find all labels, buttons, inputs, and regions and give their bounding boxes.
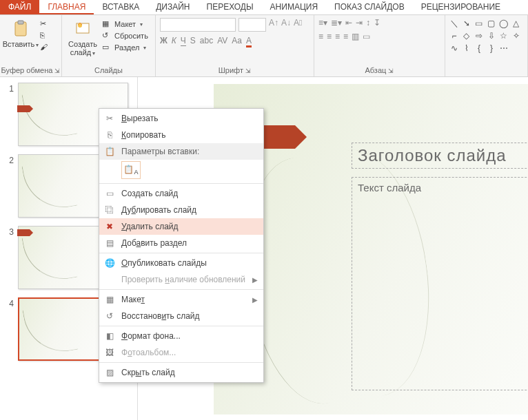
layout-icon: ▦ bbox=[102, 19, 112, 29]
shape-star-icon[interactable]: ☆ bbox=[498, 30, 510, 42]
group-font: A↑ A↓ A⃠ Ж К Ч S abc AV Aa A Шрифт ⇲ bbox=[156, 15, 314, 76]
svg-rect-1 bbox=[18, 21, 23, 24]
tab-home[interactable]: ГЛАВНАЯ bbox=[39, 0, 94, 14]
shape-brace-l-icon[interactable]: { bbox=[473, 42, 485, 54]
thumb-number: 4 bbox=[4, 297, 14, 308]
ctx-paste-options: 📋A bbox=[99, 160, 263, 182]
clear-format-button[interactable]: A⃠ bbox=[294, 18, 302, 32]
brush-icon: 🖌 bbox=[40, 43, 50, 52]
section-button[interactable]: ▭Раздел▾ bbox=[102, 43, 148, 52]
shape-roundrect-icon[interactable]: ▢ bbox=[485, 17, 498, 30]
tab-design[interactable]: ДИЗАЙН bbox=[148, 0, 198, 14]
paste-label: Вставить▾ bbox=[3, 40, 39, 50]
ctx-publish[interactable]: 🌐Опубликовать слайды bbox=[99, 255, 263, 271]
strike-button[interactable]: S bbox=[190, 36, 196, 48]
shape-rect-icon[interactable]: ▭ bbox=[473, 17, 485, 30]
section-icon: ▤ bbox=[103, 238, 116, 249]
tab-file[interactable]: ФАЙЛ bbox=[0, 0, 39, 14]
paste-button[interactable]: Вставить▾ bbox=[4, 18, 37, 51]
reset-button[interactable]: ↺Сбросить bbox=[102, 31, 148, 41]
group-shapes-label bbox=[445, 65, 527, 76]
cut-icon: ✂ bbox=[103, 113, 116, 124]
ctx-add-section[interactable]: ▤Добавить раздел bbox=[99, 235, 263, 251]
ribbon-tabs: ФАЙЛ ГЛАВНАЯ ВСТАВКА ДИЗАЙН ПЕРЕХОДЫ АНИ… bbox=[0, 0, 528, 15]
layout-button[interactable]: ▦Макет▾ bbox=[102, 19, 148, 29]
tab-insert[interactable]: ВСТАВКА bbox=[94, 0, 148, 14]
ctx-layout[interactable]: ▦Макет▶ bbox=[99, 291, 263, 308]
shape-diamond-icon[interactable]: ◇ bbox=[460, 30, 473, 42]
columns-button[interactable]: ▥ bbox=[352, 32, 359, 41]
shape-triangle-icon[interactable]: △ bbox=[510, 17, 522, 30]
group-slides: Создать слайд▾ ▦Макет▾ ↺Сбросить ▭Раздел… bbox=[62, 15, 156, 76]
context-menu: ✂Вырезать ⎘Копировать 📋Параметры вставки… bbox=[99, 108, 264, 383]
align-left-button[interactable]: ≡ bbox=[318, 32, 323, 41]
ctx-cut[interactable]: ✂Вырезать bbox=[99, 110, 263, 127]
body-placeholder[interactable]: Текст слайда bbox=[352, 177, 528, 390]
tab-transitions[interactable]: ПЕРЕХОДЫ bbox=[199, 0, 262, 14]
font-size-combo[interactable] bbox=[238, 18, 266, 32]
shape-ellipse-icon[interactable]: ◯ bbox=[498, 17, 510, 30]
tab-slideshow[interactable]: ПОКАЗ СЛАЙДОВ bbox=[326, 0, 413, 14]
cut-button[interactable]: ✂ bbox=[40, 19, 50, 29]
case-button[interactable]: Aa bbox=[232, 36, 242, 48]
grow-font-button[interactable]: A↑ bbox=[269, 18, 278, 32]
shrink-font-button[interactable]: A↓ bbox=[281, 18, 291, 32]
group-clipboard: Вставить▾ ✂ ⎘ 🖌 Буфер обмена ⇲ bbox=[0, 15, 62, 76]
paste-keep-text-button[interactable]: 📋A bbox=[121, 161, 141, 179]
spacing-button[interactable]: AV bbox=[217, 36, 227, 48]
duplicate-icon: ⿻ bbox=[103, 204, 116, 216]
ctx-hide[interactable]: ▨Скрыть слайд bbox=[99, 364, 263, 381]
indent-dec-button[interactable]: ⇤ bbox=[345, 18, 352, 28]
ctx-restore[interactable]: ↺Восстановить слайд bbox=[99, 308, 263, 324]
tab-review[interactable]: РЕЦЕНЗИРОВАНИЕ bbox=[413, 0, 509, 14]
hide-icon: ▨ bbox=[103, 367, 116, 378]
shape-curve-icon[interactable]: ∿ bbox=[448, 42, 460, 54]
new-slide-icon: ▭ bbox=[103, 188, 116, 199]
shape-callout-icon[interactable]: ✧ bbox=[510, 30, 522, 42]
align-right-button[interactable]: ≡ bbox=[335, 32, 340, 41]
shape-connector-icon[interactable]: ⌇ bbox=[460, 42, 473, 54]
bullets-button[interactable]: ≡▾ bbox=[318, 18, 327, 28]
thumb-number: 1 bbox=[4, 83, 14, 94]
line-spacing-button[interactable]: ↕ bbox=[366, 18, 370, 28]
font-family-combo[interactable] bbox=[160, 18, 236, 32]
ctx-duplicate[interactable]: ⿻Дублировать слайд bbox=[99, 202, 263, 218]
underline-button[interactable]: Ч bbox=[181, 36, 186, 48]
shape-l-icon[interactable]: ⌐ bbox=[448, 30, 460, 42]
shape-line-icon[interactable]: ＼ bbox=[448, 17, 460, 30]
title-placeholder[interactable]: Заголовок слайда bbox=[352, 143, 528, 169]
paste-icon: 📋 bbox=[103, 146, 116, 157]
font-color-button[interactable]: A bbox=[246, 36, 252, 48]
ctx-copy[interactable]: ⎘Копировать bbox=[99, 127, 263, 143]
italic-button[interactable]: К bbox=[172, 36, 176, 48]
copy-button[interactable]: ⎘ bbox=[40, 31, 50, 41]
group-paragraph: ≡▾ ≣▾ ⇤ ⇥ ↕ ↧ ≡ ≡ ≡ ≡ ▥ ▭ Абзац ⇲ bbox=[314, 15, 445, 76]
cut-icon: ✂ bbox=[40, 19, 50, 29]
new-slide-button[interactable]: Создать слайд▾ bbox=[66, 18, 99, 59]
ctx-check-updates: Проверить наличие обновлений▶ bbox=[99, 271, 263, 288]
new-slide-icon bbox=[73, 19, 92, 39]
smartart-button[interactable]: ▭ bbox=[363, 32, 370, 41]
bold-button[interactable]: Ж bbox=[160, 36, 167, 48]
format-painter-button[interactable]: 🖌 bbox=[40, 43, 50, 52]
numbering-button[interactable]: ≣▾ bbox=[331, 18, 342, 28]
align-justify-button[interactable]: ≡ bbox=[343, 32, 348, 41]
shape-more-icon[interactable]: ⋯ bbox=[498, 42, 510, 54]
shape-arrowd-icon[interactable]: ⇩ bbox=[485, 30, 498, 42]
layout-icon: ▦ bbox=[103, 294, 116, 305]
tab-animation[interactable]: АНИМАЦИЯ bbox=[262, 0, 326, 14]
align-center-button[interactable]: ≡ bbox=[327, 32, 332, 41]
ctx-new-slide[interactable]: ▭Создать слайд bbox=[99, 185, 263, 202]
shape-arrowr-icon[interactable]: ⇨ bbox=[473, 30, 485, 42]
thumb-number: 3 bbox=[4, 226, 14, 237]
group-paragraph-label: Абзац ⇲ bbox=[314, 65, 445, 76]
shape-arrow-icon[interactable]: ➘ bbox=[460, 17, 473, 30]
ctx-bg-format[interactable]: ◧Формат фона... bbox=[99, 328, 263, 344]
group-shapes: ＼ ➘ ▭ ▢ ◯ △ ⌐ ◇ ⇨ ⇩ ☆ ✧ ∿ ⌇ { } ⋯ bbox=[445, 15, 528, 76]
text-direction-button[interactable]: ↧ bbox=[374, 18, 380, 28]
shadow-button[interactable]: abc bbox=[200, 36, 213, 48]
indent-inc-button[interactable]: ⇥ bbox=[356, 18, 363, 28]
clipboard-a-icon: 📋A bbox=[123, 165, 138, 176]
shape-brace-r-icon[interactable]: } bbox=[485, 42, 498, 54]
ctx-delete[interactable]: ✖Удалить слайд bbox=[99, 218, 263, 235]
